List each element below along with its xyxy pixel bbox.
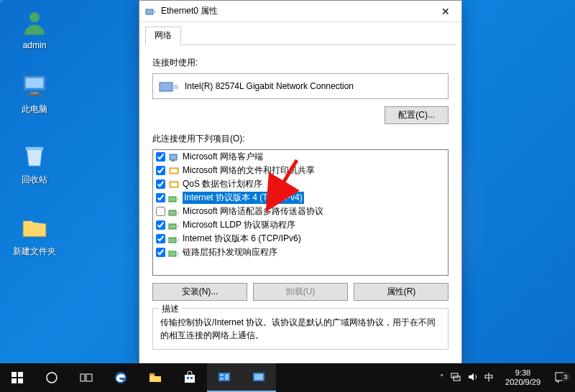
dialog-titlebar[interactable]: Ethernet0 属性 ✕ [139, 1, 461, 22]
tray-chevron-up-icon[interactable]: ˄ [440, 373, 444, 383]
component-item[interactable]: Internet 协议版本 4 (TCP/IPv4) [153, 191, 448, 205]
desktop-icon-label: 回收站 [9, 174, 60, 186]
component-checkbox[interactable] [156, 179, 165, 189]
svg-rect-37 [187, 377, 189, 379]
desktop-icon-label: 新建文件夹 [9, 246, 60, 258]
ethernet-properties-dialog: Ethernet0 属性 ✕ 网络 连接时使用: Intel(R) 82574L… [139, 0, 462, 366]
svg-rect-17 [176, 198, 179, 200]
component-item[interactable]: Microsoft 网络的文件和打印机共享 [153, 164, 448, 177]
taskbar-network-connections[interactable] [242, 363, 276, 392]
component-label: Microsoft LLDP 协议驱动程序 [183, 219, 295, 231]
dialog-title: Ethernet0 属性 [161, 5, 429, 17]
network-adapter-icon [145, 6, 157, 17]
svg-rect-41 [220, 378, 224, 380]
taskbar-control-panel[interactable] [207, 363, 242, 392]
svg-rect-22 [169, 238, 176, 243]
svg-rect-25 [176, 253, 179, 255]
description-group: 描述 传输控制协议/Internet 协议。该协议是默认的广域网络协议，用于在不… [152, 308, 448, 350]
desktop-icon-recycle-bin[interactable]: 回收站 [9, 141, 60, 186]
protocol-icon [168, 248, 180, 258]
svg-rect-44 [254, 374, 263, 380]
svg-rect-9 [172, 85, 178, 89]
install-button[interactable]: 安装(N)... [152, 283, 247, 301]
svg-rect-40 [220, 374, 224, 376]
desktop-icon-new-folder[interactable]: 新建文件夹 [9, 213, 60, 258]
component-label: 链路层拓扑发现响应程序 [183, 246, 277, 258]
task-view-button[interactable] [69, 363, 104, 392]
close-button[interactable]: ✕ [429, 1, 461, 22]
components-listbox[interactable]: Microsoft 网络客户端Microsoft 网络的文件和打印机共享QoS … [152, 149, 448, 276]
tab-network[interactable]: 网络 [145, 27, 181, 45]
desktop-icon-this-pc[interactable]: 此电脑 [9, 70, 60, 116]
protocol-icon [168, 193, 180, 203]
component-item[interactable]: Microsoft 网络客户端 [153, 150, 448, 164]
svg-rect-5 [26, 147, 44, 150]
tray-network-icon[interactable] [450, 371, 461, 384]
network-adapter-icon [159, 78, 179, 94]
component-item[interactable]: Microsoft LLDP 协议驱动程序 [153, 218, 448, 232]
component-label: QoS 数据包计划程序 [183, 178, 262, 190]
svg-rect-29 [12, 378, 17, 383]
component-checkbox[interactable] [156, 152, 165, 162]
notification-badge: 3 [561, 372, 571, 382]
service-icon [168, 166, 180, 176]
component-label: Microsoft 网络的文件和打印机共享 [183, 164, 315, 177]
component-checkbox[interactable] [156, 166, 165, 175]
description-text: 传输控制协议/Internet 协议。该协议是默认的广域网络协议，用于在不同的相… [160, 316, 441, 342]
taskbar-file-explorer[interactable] [138, 363, 172, 392]
svg-rect-4 [27, 94, 42, 96]
svg-rect-8 [160, 83, 172, 91]
svg-rect-38 [190, 377, 193, 379]
recycle-bin-icon [19, 141, 50, 171]
protocol-icon [168, 207, 180, 217]
clock-time: 9:38 [505, 368, 540, 378]
clock-date: 2020/9/29 [505, 378, 540, 387]
adapter-box: Intel(R) 82574L Gigabit Network Connecti… [152, 73, 448, 99]
configure-button[interactable]: 配置(C)... [385, 106, 448, 124]
taskbar-store[interactable] [172, 363, 207, 392]
component-checkbox[interactable] [156, 220, 165, 230]
component-checkbox[interactable] [156, 193, 165, 202]
desktop-icon-label: admin [9, 40, 60, 50]
component-checkbox[interactable] [156, 234, 165, 243]
cortana-button[interactable] [34, 363, 69, 392]
component-checkbox[interactable] [156, 207, 165, 216]
svg-rect-19 [176, 212, 179, 214]
desktop-icon-admin[interactable]: admin [9, 7, 60, 50]
tray-ime-indicator[interactable]: 中 [484, 371, 494, 384]
action-center-button[interactable]: 3 [546, 370, 575, 385]
taskbar: ˄ 中 9:38 2020/9/29 3 [0, 363, 575, 392]
svg-rect-3 [31, 92, 39, 95]
component-label: Internet 协议版本 4 (TCP/IPv4) [183, 192, 304, 204]
component-item[interactable]: Microsoft 网络适配器多路传送器协议 [153, 205, 448, 218]
client-icon [168, 152, 180, 162]
svg-rect-28 [18, 372, 23, 377]
computer-icon [19, 70, 50, 101]
component-item[interactable]: Internet 协议版本 6 (TCP/IPv6) [153, 232, 448, 246]
svg-rect-45 [451, 373, 458, 378]
tray-volume-icon[interactable] [467, 371, 479, 384]
system-tray[interactable]: ˄ 中 [434, 371, 500, 384]
component-item[interactable]: QoS 数据包计划程序 [153, 177, 448, 191]
svg-rect-23 [176, 239, 179, 241]
svg-rect-18 [169, 210, 176, 215]
folder-icon [19, 213, 50, 243]
component-item[interactable]: 链路层拓扑发现响应程序 [153, 246, 448, 259]
svg-rect-32 [80, 374, 85, 381]
taskbar-edge[interactable] [104, 363, 138, 392]
items-label: 此连接使用下列项目(O): [152, 133, 448, 145]
svg-rect-2 [26, 78, 44, 88]
protocol-icon [168, 234, 180, 244]
taskbar-clock[interactable]: 9:38 2020/9/29 [500, 367, 546, 388]
svg-rect-46 [454, 376, 460, 381]
component-checkbox[interactable] [156, 248, 165, 257]
svg-rect-36 [185, 375, 195, 383]
svg-rect-11 [172, 160, 175, 162]
component-label: Microsoft 网络适配器多路传送器协议 [183, 205, 323, 218]
uninstall-button: 卸载(U) [253, 283, 348, 301]
properties-button[interactable]: 属性(R) [354, 283, 448, 301]
component-label: Internet 协议版本 6 (TCP/IPv6) [183, 233, 301, 245]
start-button[interactable] [0, 363, 34, 392]
service-icon [168, 179, 180, 190]
tab-strip: 网络 [145, 27, 456, 45]
